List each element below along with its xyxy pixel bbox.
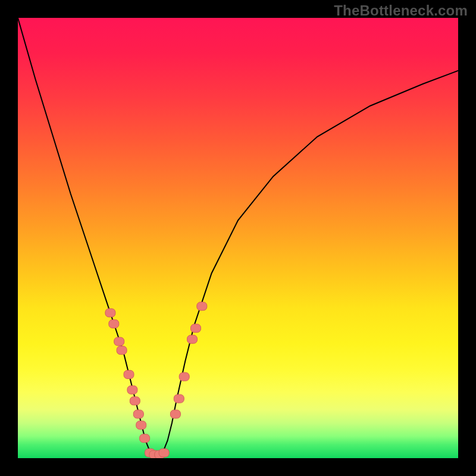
marker-bead <box>187 335 198 343</box>
plot-area <box>18 18 458 458</box>
marker-bead <box>191 324 201 333</box>
marker-bead <box>114 337 124 346</box>
marker-bead <box>133 410 143 418</box>
marker-bead <box>117 346 127 355</box>
image-frame: TheBottleneck.com <box>0 0 476 476</box>
marker-bead <box>136 421 146 430</box>
marker-bead <box>124 370 134 378</box>
marker-group <box>105 302 207 458</box>
marker-bead <box>127 386 137 394</box>
marker-bead <box>109 320 119 328</box>
marker-bead <box>159 449 169 457</box>
marker-bead <box>170 410 180 418</box>
chart-svg <box>18 18 458 458</box>
marker-bead <box>179 372 189 381</box>
marker-bead <box>130 397 140 405</box>
marker-bead <box>197 302 207 311</box>
marker-bead <box>174 394 184 403</box>
bottleneck-curve <box>18 18 458 455</box>
marker-bead <box>105 309 115 317</box>
marker-bead <box>140 434 150 443</box>
watermark-text: TheBottleneck.com <box>334 2 468 19</box>
